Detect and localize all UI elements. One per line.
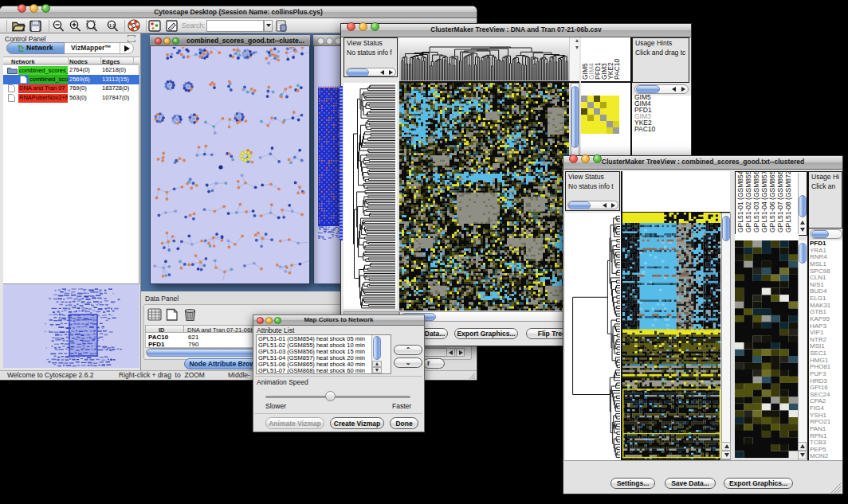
svg-text:GPL51-06 (GSM865): GPL51-06 (GSM865)	[768, 172, 776, 232]
svg-text:GPL51-08 (GSM872): GPL51-08 (GSM872)	[784, 172, 792, 232]
svg-text:GPL51-04 (GSM857): GPL51-04 (GSM857)	[760, 172, 768, 232]
svg-text:GPL51-07 (GSM868): GPL51-07 (GSM868)	[776, 172, 784, 232]
svg-text:GPL51-01 (GSM854): GPL51-01 (GSM854)	[736, 172, 744, 232]
svg-text:GPL51-02 (GSM855): GPL51-02 (GSM855)	[744, 172, 752, 232]
svg-text:GPL51-03 (GSM856): GPL51-03 (GSM856)	[752, 172, 760, 232]
